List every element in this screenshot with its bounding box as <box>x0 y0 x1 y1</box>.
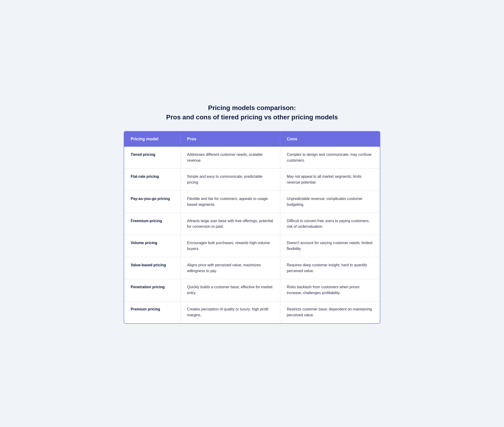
cell-pros: Quickly builds a customer base; effectiv… <box>180 279 280 301</box>
cell-pros: Flexible and fair for customers; appeals… <box>180 191 280 213</box>
header-pros: Pros <box>180 131 280 147</box>
table-row: Penetration pricingQuickly builds a cust… <box>124 279 380 301</box>
cell-pros: Encourages bulk purchases; rewards high-… <box>180 235 280 257</box>
cell-pricing-model: Penetration pricing <box>124 279 180 301</box>
cell-pros: Addresses different customer needs; scal… <box>180 147 280 169</box>
cell-cons: Difficult to convert free users to payin… <box>280 213 380 235</box>
table-row: Tiered pricingAddresses different custom… <box>124 147 380 169</box>
cell-pricing-model: Volume pricing <box>124 235 180 257</box>
header-pricing-model: Pricing model <box>124 131 180 147</box>
comparison-table-wrapper: Pricing model Pros Cons Tiered pricingAd… <box>124 131 380 324</box>
cell-pricing-model: Tiered pricing <box>124 147 180 169</box>
cell-pricing-model: Flat-rate pricing <box>124 169 180 191</box>
cell-cons: Risks backlash from customers when price… <box>280 279 380 301</box>
comparison-table: Pricing model Pros Cons Tiered pricingAd… <box>124 131 380 323</box>
table-row: Volume pricingEncourages bulk purchases;… <box>124 235 380 257</box>
cell-pros: Creates perception of quality or luxury;… <box>180 301 280 323</box>
cell-cons: Restricts customer base; dependent on ma… <box>280 301 380 323</box>
cell-pros: Attracts large user base with free offer… <box>180 213 280 235</box>
table-row: Pay-as-you-go pricingFlexible and fair f… <box>124 191 380 213</box>
cell-pricing-model: Premium pricing <box>124 301 180 323</box>
title-block: Pricing models comparison: Pros and cons… <box>124 103 380 122</box>
page-container: Pricing models comparison: Pros and cons… <box>124 103 380 324</box>
table-row: Value-based pricingAligns price with per… <box>124 257 380 279</box>
cell-cons: Complex to design and communicate; may c… <box>280 147 380 169</box>
table-row: Premium pricingCreates perception of qua… <box>124 301 380 323</box>
table-header-row: Pricing model Pros Cons <box>124 131 380 147</box>
table-row: Freemium pricingAttracts large user base… <box>124 213 380 235</box>
cell-cons: Unpredictable revenue; complicates custo… <box>280 191 380 213</box>
cell-pros: Simple and easy to communicate; predicta… <box>180 169 280 191</box>
cell-pricing-model: Freemium pricing <box>124 213 180 235</box>
page-title: Pricing models comparison: Pros and cons… <box>124 103 380 122</box>
cell-cons: Requires deep customer insight; hard to … <box>280 257 380 279</box>
cell-cons: Doesn't account for varying customer nee… <box>280 235 380 257</box>
cell-pricing-model: Value-based pricing <box>124 257 180 279</box>
cell-cons: May not appeal to all market segments; l… <box>280 169 380 191</box>
header-cons: Cons <box>280 131 380 147</box>
table-row: Flat-rate pricingSimple and easy to comm… <box>124 169 380 191</box>
cell-pros: Aligns price with perceived value; maxim… <box>180 257 280 279</box>
cell-pricing-model: Pay-as-you-go pricing <box>124 191 180 213</box>
